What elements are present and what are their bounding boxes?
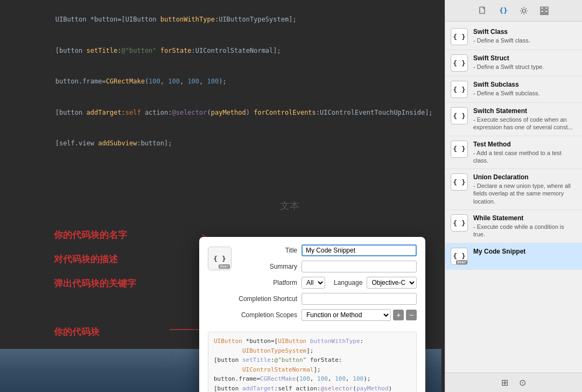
snippet-text-test-method: Test Method - Add a test case method to … bbox=[473, 141, 577, 165]
snippet-desc: - Add a test case method to a test class… bbox=[473, 149, 577, 165]
code-editor: UIButton *button=[UIButton buttonWithTyp… bbox=[0, 0, 445, 392]
completion-scopes-row: Completion Scopes Function or Method + − bbox=[238, 309, 417, 321]
braces-toolbar-icon[interactable]: {} bbox=[497, 5, 509, 17]
snippet-title: Test Method bbox=[473, 141, 577, 148]
user-badge: User bbox=[219, 264, 230, 269]
add-scope-button[interactable]: + bbox=[393, 310, 404, 320]
snippet-text-union: Union Declaration - Declare a new union … bbox=[473, 173, 577, 205]
summary-row: Summary bbox=[238, 261, 417, 272]
snippet-icon-test-method: { } bbox=[451, 141, 468, 158]
snippet-title: Swift Subclass bbox=[473, 81, 577, 88]
gear-toolbar-icon[interactable] bbox=[518, 5, 530, 17]
dialog-code-preview: UIButton *button=[UIButton buttonWithTyp… bbox=[208, 332, 417, 392]
platform-row: Platform All Language Objective-C bbox=[238, 277, 417, 289]
snippet-list: { } Swift Class - Define a Swift class. … bbox=[445, 22, 582, 373]
completion-shortcut-row: Completion Shortcut bbox=[238, 293, 417, 305]
snippet-icon-swift-class: { } bbox=[451, 28, 468, 45]
snippet-desc: - Execute sections of code when an expre… bbox=[473, 116, 577, 131]
svg-rect-11 bbox=[541, 13, 544, 15]
snippet-title: While Statement bbox=[473, 214, 577, 222]
snippet-icon-my-code: { } User bbox=[451, 248, 468, 265]
snippet-text-switch: Switch Statement - Execute sections of c… bbox=[473, 107, 577, 131]
snippet-text-swift-struct: Swift Struct - Define a Swift struct typ… bbox=[473, 54, 577, 71]
snippet-item-while[interactable]: { } While Statement - Execute code while… bbox=[445, 210, 582, 243]
completion-scopes-label: Completion Scopes bbox=[238, 311, 297, 319]
svg-rect-7 bbox=[541, 7, 544, 9]
title-input[interactable] bbox=[301, 244, 417, 256]
snippet-icon-while: { } bbox=[451, 214, 468, 232]
dialog-form: Title Summary Platform All bbox=[238, 244, 417, 325]
snippet-item-swift-class[interactable]: { } Swift Class - Define a Swift class. bbox=[445, 24, 582, 50]
snippet-item-test-method[interactable]: { } Test Method - Add a test case method… bbox=[445, 136, 582, 170]
grid-toolbar-icon[interactable] bbox=[538, 5, 550, 17]
preview-line: UIControlStateNormal]; bbox=[214, 365, 411, 375]
user-badge-label: User bbox=[456, 260, 467, 264]
snippet-desc: - Define a Swift subclass. bbox=[473, 89, 577, 97]
snippet-text-swift-subclass: Swift Subclass - Define a Swift subclass… bbox=[473, 81, 577, 97]
panel-toolbar: {} bbox=[445, 0, 582, 22]
snippet-icon-union: { } bbox=[451, 173, 468, 191]
snippet-item-swift-struct[interactable]: { } Swift Struct - Define a Swift struct… bbox=[445, 50, 582, 76]
preview-line: UIButton *button=[UIButton buttonWithTyp… bbox=[214, 337, 411, 346]
snippet-title: My Code Snippet bbox=[473, 248, 577, 255]
svg-rect-9 bbox=[541, 10, 544, 12]
snippet-text-swift-class: Swift Class - Define a Swift class. bbox=[473, 28, 577, 44]
snippet-title: Switch Statement bbox=[473, 107, 577, 115]
snippet-item-swift-subclass[interactable]: { } Swift Subclass - Define a Swift subc… bbox=[445, 76, 582, 103]
svg-rect-8 bbox=[545, 7, 548, 9]
file-toolbar-icon[interactable] bbox=[477, 5, 489, 17]
svg-rect-12 bbox=[545, 13, 548, 15]
snippet-icon-switch: { } bbox=[451, 107, 468, 124]
platform-label: Platform bbox=[238, 279, 297, 286]
snippet-title: Swift Struct bbox=[473, 54, 577, 62]
preview-line: button.frame=CGRectMake(100, 100, 100, 1… bbox=[214, 374, 411, 384]
svg-point-6 bbox=[522, 9, 525, 12]
snippet-icon-swift-subclass: { } bbox=[451, 81, 468, 98]
snippet-desc: - Declare a new union type, where all fi… bbox=[473, 182, 577, 205]
language-label: Language bbox=[334, 279, 362, 286]
snippet-dialog: { } User Title Summary bbox=[199, 237, 425, 392]
snippet-text-my-code: My Code Snippet bbox=[473, 248, 577, 255]
snippet-title: Swift Class bbox=[473, 28, 577, 36]
snippet-desc: - Execute code while a condition is true… bbox=[473, 223, 577, 239]
snippet-text-while: While Statement - Execute code while a c… bbox=[473, 214, 577, 239]
summary-input[interactable] bbox=[301, 261, 417, 272]
snippet-desc: - Define a Swift struct type. bbox=[473, 63, 577, 71]
title-row: Title bbox=[238, 244, 417, 256]
remove-scope-button[interactable]: − bbox=[406, 310, 417, 320]
snippet-item-union[interactable]: { } Union Declaration - Declare a new un… bbox=[445, 169, 582, 210]
preview-line: UIButtonTypeSystem]; bbox=[214, 346, 411, 356]
dialog-snippet-icon: { } User bbox=[208, 247, 232, 270]
completion-shortcut-label: Completion Shortcut bbox=[238, 295, 297, 303]
right-panel: {} { } Swift Class - Define a Swift clas… bbox=[445, 0, 582, 392]
snippet-item-switch[interactable]: { } Switch Statement - Execute sections … bbox=[445, 103, 582, 136]
snippet-item-my-code[interactable]: { } User My Code Snippet bbox=[445, 243, 582, 270]
grid-view-bottom-icon[interactable]: ⊞ bbox=[501, 377, 508, 388]
camera-bottom-icon[interactable]: ⊙ bbox=[519, 377, 526, 388]
language-select[interactable]: Objective-C bbox=[367, 277, 417, 289]
panel-bottom-toolbar: ⊞ ⊙ bbox=[445, 373, 582, 392]
preview-line: [button addTarget:self action:@selector(… bbox=[214, 384, 411, 392]
platform-select[interactable]: All bbox=[301, 277, 325, 289]
preview-line: [button setTitle:@"button" forState: bbox=[214, 355, 411, 365]
snippet-desc: - Define a Swift class. bbox=[473, 37, 577, 44]
snippet-title: Union Declaration bbox=[473, 173, 577, 181]
summary-label: Summary bbox=[238, 263, 297, 270]
svg-rect-10 bbox=[545, 10, 548, 12]
scopes-control: Function or Method + − bbox=[301, 309, 417, 321]
dialog-overlay: { } User Title Summary bbox=[0, 0, 445, 392]
snippet-icon-swift-struct: { } bbox=[451, 54, 468, 72]
completion-shortcut-input[interactable] bbox=[301, 293, 417, 305]
scopes-select[interactable]: Function or Method bbox=[301, 309, 391, 321]
title-label: Title bbox=[238, 247, 297, 254]
